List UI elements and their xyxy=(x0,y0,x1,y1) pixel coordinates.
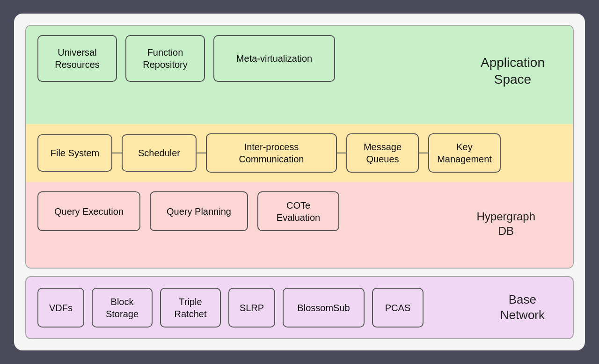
meta-virtualization-label: Meta-virtualization xyxy=(236,52,312,65)
function-repository-label: FunctionRepository xyxy=(143,46,188,71)
box-slrp: SLRP xyxy=(228,288,275,328)
base-network-label: BaseNetwork xyxy=(500,292,545,324)
box-function-repository: FunctionRepository xyxy=(125,35,205,82)
layer-hdb: Query Execution Query Planning COTeEvalu… xyxy=(26,182,573,268)
layer-os: File System Scheduler Inter-processCommu… xyxy=(26,124,573,182)
box-ipc: Inter-processCommunication xyxy=(206,133,337,173)
box-universal-resources: UniversalResources xyxy=(37,35,117,82)
layer-application-space: UniversalResources FunctionRepository Me… xyxy=(26,26,573,124)
os-items: File System Scheduler Inter-processCommu… xyxy=(37,133,562,173)
box-key-management: KeyManagement xyxy=(428,133,501,173)
box-meta-virtualization: Meta-virtualization xyxy=(213,35,335,82)
connector-3 xyxy=(337,153,346,153)
main-container: UniversalResources FunctionRepository Me… xyxy=(14,14,585,350)
universal-resources-label: UniversalResources xyxy=(55,46,100,71)
box-message-queues: MessageQueues xyxy=(346,133,419,173)
box-cote-evaluation: COTeEvaluation xyxy=(257,191,339,231)
box-blossomsub: BlossomSub xyxy=(283,288,365,328)
connector-1 xyxy=(112,153,122,153)
box-scheduler: Scheduler xyxy=(122,134,197,172)
layer-base-network: VDFs BlockStorage TripleRatchet SLRP Blo… xyxy=(25,276,574,339)
application-space-label: ApplicationSpace xyxy=(481,54,545,88)
box-triple-ratchet: TripleRatchet xyxy=(160,288,221,328)
inner-stack: UniversalResources FunctionRepository Me… xyxy=(25,25,574,269)
base-items: VDFs BlockStorage TripleRatchet SLRP Blo… xyxy=(37,288,424,328)
box-pcas: PCAS xyxy=(372,288,424,328)
connector-4 xyxy=(419,153,428,153)
hypergraph-db-label: HypergraphDB xyxy=(477,209,535,238)
connector-2 xyxy=(197,153,206,153)
box-vdfs: VDFs xyxy=(37,288,84,328)
box-query-planning: Query Planning xyxy=(150,191,248,231)
box-query-execution: Query Execution xyxy=(37,191,140,231)
box-file-system: File System xyxy=(37,134,112,172)
box-block-storage: BlockStorage xyxy=(92,288,153,328)
